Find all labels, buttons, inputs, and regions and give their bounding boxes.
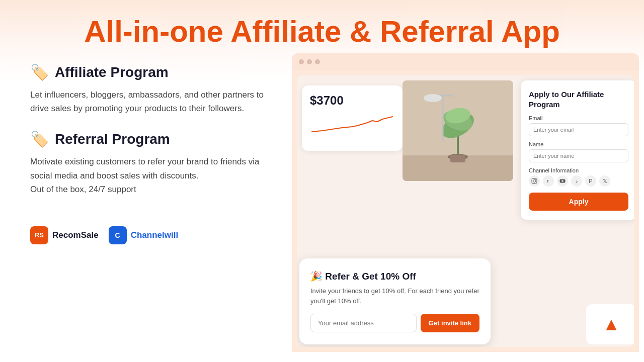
recomsale-icon: RS	[30, 226, 48, 244]
recomsale-brand: RS RecomSale	[30, 226, 99, 244]
channelwill-brand: C Channelwill	[109, 226, 178, 244]
product-image	[403, 80, 513, 181]
name-label: Name	[529, 141, 628, 147]
instagram-icon[interactable]	[529, 175, 540, 187]
browser-content: $3700	[292, 70, 639, 352]
stats-card: $3700	[302, 85, 403, 151]
get-invite-link-button[interactable]: Get invite link	[421, 314, 479, 332]
svg-rect-8	[450, 155, 465, 162]
dot-3	[315, 59, 320, 64]
affiliate-form-card: Apply to Our Affiliate Program Email Nam…	[521, 80, 634, 220]
page-wrapper: All-in-one Affiliate & Referral App 🏷️ A…	[0, 0, 644, 362]
left-column: 🏷️ Affiliate Program Let influencers, bl…	[30, 58, 272, 352]
browser-bar	[292, 53, 639, 70]
pinterest-icon[interactable]: P	[585, 175, 596, 187]
affiliate-title: Affiliate Program	[55, 64, 169, 80]
referral-popup-description: Invite your friends to get 10% off. For …	[310, 286, 479, 306]
chart-svg	[310, 112, 394, 137]
referral-section: 🏷️ Referral Program Motivate existing cu…	[30, 130, 272, 196]
tiktok-icon[interactable]: ♪	[571, 175, 582, 187]
main-title: All-in-one Affiliate & Referral App	[0, 0, 644, 58]
email-label: Email	[529, 115, 628, 121]
up-arrow-icon: ▲	[602, 314, 620, 335]
affiliate-form-title: Apply to Our Affiliate Program	[529, 89, 628, 109]
youtube-icon[interactable]	[557, 175, 568, 187]
referral-title-row: 🏷️ Referral Program	[30, 130, 272, 148]
dot-1	[299, 59, 304, 64]
svg-point-13	[533, 180, 536, 183]
brands-row: RS RecomSale C Channelwill	[30, 226, 272, 244]
affiliate-description: Let influencers, bloggers, ambassadors, …	[30, 88, 272, 115]
channel-label: Channel Information	[529, 167, 628, 173]
svg-point-14	[535, 179, 536, 180]
channelwill-icon: C	[109, 226, 127, 244]
referral-description: Motivate existing customers to refer you…	[30, 155, 272, 196]
dot-2	[307, 59, 312, 64]
affiliate-title-row: 🏷️ Affiliate Program	[30, 63, 272, 81]
facebook-icon[interactable]: f	[543, 175, 554, 187]
recomsale-name: RecomSale	[52, 230, 99, 240]
referral-icon: 🏷️	[30, 130, 49, 148]
svg-point-11	[424, 94, 442, 102]
affiliate-icon: 🏷️	[30, 63, 49, 81]
browser-mockup: $3700	[292, 53, 639, 352]
arrow-card: ▲	[586, 304, 634, 344]
referral-title: Referral Program	[55, 131, 170, 147]
apply-button[interactable]: Apply	[529, 193, 628, 211]
affiliate-name-input[interactable]	[529, 149, 628, 162]
affiliate-email-input[interactable]	[529, 123, 628, 136]
stats-value: $3700	[310, 94, 394, 108]
referral-email-input[interactable]	[310, 314, 417, 332]
right-column: $3700	[292, 58, 619, 352]
twitter-icon[interactable]: 𝕏	[599, 175, 610, 187]
channelwill-name: Channelwill	[131, 230, 178, 240]
channel-icons-row: f ♪ P	[529, 175, 628, 187]
plant-svg	[403, 80, 513, 181]
svg-text:f: f	[547, 179, 549, 184]
referral-popup-title: 🎉 Refer & Get 10% Off	[310, 270, 479, 282]
affiliate-section: 🏷️ Affiliate Program Let influencers, bl…	[30, 63, 272, 115]
referral-popup-card: 🎉 Refer & Get 10% Off Invite your friend…	[299, 258, 491, 344]
content-area: 🏷️ Affiliate Program Let influencers, bl…	[0, 58, 644, 362]
referral-input-row: Get invite link	[310, 314, 479, 332]
svg-rect-12	[532, 178, 537, 184]
inner-panel: $3700	[297, 75, 634, 347]
